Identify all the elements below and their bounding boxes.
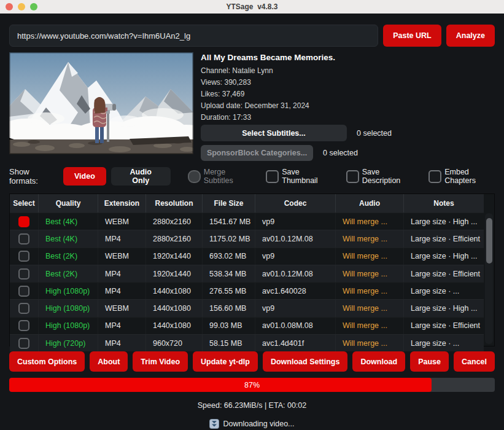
- embed-chapters-checkbox[interactable]: Embed Chapters: [428, 168, 495, 185]
- extension-cell: WEBM: [98, 213, 146, 230]
- audio-only-format-button[interactable]: Audio Only: [111, 167, 171, 186]
- speed-eta-text: Speed: 66.23MiB/s | ETA: 00:02: [0, 401, 504, 410]
- video-details: All My Dreams Became Memories. Channel: …: [201, 52, 495, 154]
- about-button[interactable]: About: [90, 351, 128, 372]
- header-codec: Codec: [255, 194, 336, 213]
- codec-cell: av01.0.12M.08: [255, 265, 336, 282]
- resolution-cell: 2880x2160: [146, 213, 203, 230]
- table-row[interactable]: Best (4K) MP4 2880x2160 1175.02 MB av01.…: [10, 230, 484, 247]
- table-header: Select Quality Extension Resolution File…: [10, 194, 484, 213]
- audio-cell: Will merge ...: [336, 318, 404, 334]
- resolution-cell: 1440x1080: [146, 300, 203, 316]
- merge-subtitles-label: Merge Subtitles: [204, 168, 250, 185]
- header-resolution: Resolution: [146, 194, 203, 213]
- table-row[interactable]: High (1080p) MP4 1440x1080 99.03 MB av01…: [10, 317, 484, 334]
- audio-cell: Will merge ...: [336, 335, 404, 351]
- audio-cell: Will merge ...: [336, 248, 404, 265]
- video-likes: Likes: 37,469: [201, 90, 495, 98]
- audio-cell: Will merge ...: [336, 300, 404, 316]
- save-thumbnail-label: Save Thumbnail: [282, 168, 330, 185]
- codec-cell: vp9: [255, 248, 336, 265]
- audio-cell: Will merge ...: [336, 283, 404, 299]
- notes-cell: Large size · High ...: [404, 248, 484, 265]
- zoom-button[interactable]: [30, 3, 37, 10]
- table-row[interactable]: Best (4K) WEBM 2880x2160 1541.67 MB vp9 …: [10, 213, 484, 230]
- notes-cell: Large size · ...: [404, 335, 484, 351]
- audio-cell: Will merge ...: [336, 213, 404, 230]
- resolution-cell: 2880x2160: [146, 230, 203, 247]
- trim-video-button[interactable]: Trim Video: [133, 351, 188, 372]
- table-row[interactable]: Best (2K) WEBM 1920x1440 693.02 MB vp9 W…: [10, 248, 484, 265]
- cancel-button[interactable]: Cancel: [454, 351, 495, 372]
- scrollbar-thumb[interactable]: [486, 218, 492, 264]
- row-checkbox[interactable]: [18, 233, 29, 244]
- custom-options-button[interactable]: Custom Options: [9, 351, 85, 372]
- row-checkbox[interactable]: [18, 251, 29, 262]
- merge-subtitles-checkbox[interactable]: Merge Subtitles: [188, 168, 250, 185]
- sponsorblock-categories-button[interactable]: SponsorBlock Categories...: [201, 145, 313, 161]
- checkbox-icon[interactable]: [188, 170, 201, 183]
- table-row[interactable]: High (1080p) WEBM 1440x1080 156.60 MB vp…: [10, 299, 484, 316]
- paste-url-button[interactable]: Paste URL: [383, 25, 441, 47]
- url-input[interactable]: [9, 25, 378, 47]
- pause-button[interactable]: Pause: [410, 351, 449, 372]
- row-checkbox[interactable]: [18, 320, 29, 331]
- extension-cell: MP4: [98, 283, 146, 299]
- download-button[interactable]: Download: [352, 351, 405, 372]
- save-description-checkbox[interactable]: Save Description: [346, 168, 413, 185]
- sponsorblock-selected-count: 0 selected: [323, 149, 358, 157]
- checkbox-icon[interactable]: [428, 170, 441, 183]
- row-checkbox[interactable]: [18, 216, 29, 227]
- row-checkbox[interactable]: [18, 303, 29, 314]
- minimize-button[interactable]: [18, 3, 25, 10]
- video-views: Views: 390,283: [201, 78, 495, 87]
- header-extension: Extension: [98, 194, 146, 213]
- filesize-cell: 276.55 MB: [203, 283, 255, 299]
- extension-cell: MP4: [98, 265, 146, 282]
- header-select: Select: [10, 194, 39, 213]
- table-row[interactable]: Best (2K) MP4 1920x1440 538.34 MB av01.0…: [10, 265, 484, 282]
- header-audio: Audio: [336, 194, 404, 213]
- analyze-button[interactable]: Analyze: [446, 25, 495, 47]
- app-window: YTSage v4.8.3 Paste URL Analyze: [0, 0, 504, 430]
- table-body: Best (4K) WEBM 2880x2160 1541.67 MB vp9 …: [10, 213, 484, 351]
- filesize-cell: 693.02 MB: [203, 248, 255, 265]
- download-settings-button[interactable]: Download Settings: [263, 351, 348, 372]
- notes-cell: Large size · Efficient: [404, 230, 484, 247]
- resolution-cell: 960x720: [146, 335, 203, 351]
- row-checkbox[interactable]: [18, 338, 29, 349]
- table-row[interactable]: High (720p) MP4 960x720 58.15 MB avc1.4d…: [10, 334, 484, 351]
- checkbox-icon[interactable]: [266, 170, 279, 183]
- subtitles-selected-count: 0 selected: [357, 129, 392, 138]
- save-thumbnail-checkbox[interactable]: Save Thumbnail: [266, 168, 330, 185]
- codec-cell: av01.0.08M.08: [255, 318, 336, 334]
- row-checkbox[interactable]: [18, 286, 29, 297]
- row-checkbox[interactable]: [18, 268, 29, 280]
- checkbox-icon[interactable]: [346, 170, 359, 183]
- subtitles-row: Select Subtitles... 0 selected: [201, 125, 495, 141]
- update-ytdlp-button[interactable]: Update yt-dlp: [193, 351, 258, 372]
- video-info-section: All My Dreams Became Memories. Channel: …: [9, 52, 495, 154]
- codec-cell: vp9: [255, 213, 336, 230]
- close-button[interactable]: [6, 3, 13, 10]
- extension-cell: MP4: [98, 318, 146, 334]
- table-row[interactable]: High (1080p) MP4 1440x1080 276.55 MB avc…: [10, 282, 484, 299]
- quality-cell: Best (4K): [39, 230, 98, 247]
- resolution-cell: 1440x1080: [146, 318, 203, 334]
- table-scrollbar[interactable]: [485, 213, 493, 344]
- traffic-lights: [6, 3, 37, 10]
- resolution-cell: 1920x1440: [146, 265, 203, 282]
- quality-cell: Best (2K): [39, 248, 98, 265]
- sponsorblock-row: SponsorBlock Categories... 0 selected: [201, 145, 495, 161]
- header-quality: Quality: [39, 194, 98, 213]
- video-format-button[interactable]: Video: [63, 167, 106, 186]
- select-subtitles-button[interactable]: Select Subtitles...: [201, 125, 347, 141]
- audio-cell: Will merge ...: [336, 230, 404, 247]
- embed-chapters-label: Embed Chapters: [444, 168, 495, 185]
- double-down-arrow-icon: [209, 419, 219, 429]
- window-title: YTSage v4.8.3: [226, 2, 277, 11]
- codec-cell: avc1.4d401f: [255, 335, 336, 351]
- filesize-cell: 156.60 MB: [203, 300, 255, 316]
- audio-cell: Will merge ...: [336, 265, 404, 282]
- notes-cell: Large size · Efficient: [404, 265, 484, 282]
